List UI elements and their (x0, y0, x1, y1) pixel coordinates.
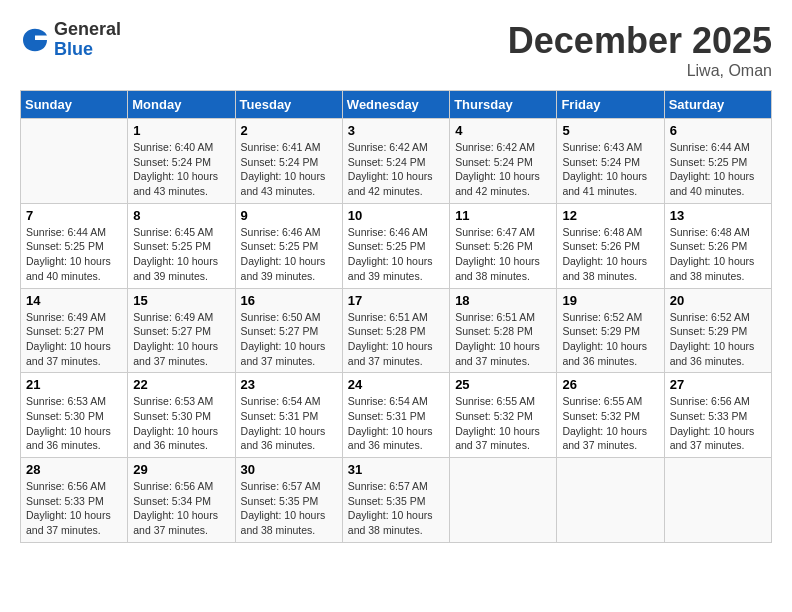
logo-icon (20, 25, 50, 55)
calendar-table: SundayMondayTuesdayWednesdayThursdayFrid… (20, 90, 772, 543)
day-number: 15 (133, 293, 229, 308)
day-number: 20 (670, 293, 766, 308)
day-cell: 30 Sunrise: 6:57 AMSunset: 5:35 PMDaylig… (235, 458, 342, 543)
day-number: 5 (562, 123, 658, 138)
day-cell: 3 Sunrise: 6:42 AMSunset: 5:24 PMDayligh… (342, 119, 449, 204)
day-info: Sunrise: 6:47 AMSunset: 5:26 PMDaylight:… (455, 225, 551, 284)
day-info: Sunrise: 6:52 AMSunset: 5:29 PMDaylight:… (562, 310, 658, 369)
day-info: Sunrise: 6:48 AMSunset: 5:26 PMDaylight:… (670, 225, 766, 284)
day-cell: 12 Sunrise: 6:48 AMSunset: 5:26 PMDaylig… (557, 203, 664, 288)
day-cell (21, 119, 128, 204)
day-number: 27 (670, 377, 766, 392)
day-info: Sunrise: 6:48 AMSunset: 5:26 PMDaylight:… (562, 225, 658, 284)
day-info: Sunrise: 6:54 AMSunset: 5:31 PMDaylight:… (241, 394, 337, 453)
day-cell: 21 Sunrise: 6:53 AMSunset: 5:30 PMDaylig… (21, 373, 128, 458)
day-cell: 16 Sunrise: 6:50 AMSunset: 5:27 PMDaylig… (235, 288, 342, 373)
day-cell (450, 458, 557, 543)
day-number: 9 (241, 208, 337, 223)
logo: General Blue (20, 20, 121, 60)
day-info: Sunrise: 6:41 AMSunset: 5:24 PMDaylight:… (241, 140, 337, 199)
day-info: Sunrise: 6:51 AMSunset: 5:28 PMDaylight:… (455, 310, 551, 369)
day-cell: 1 Sunrise: 6:40 AMSunset: 5:24 PMDayligh… (128, 119, 235, 204)
day-cell: 15 Sunrise: 6:49 AMSunset: 5:27 PMDaylig… (128, 288, 235, 373)
day-info: Sunrise: 6:40 AMSunset: 5:24 PMDaylight:… (133, 140, 229, 199)
day-cell: 17 Sunrise: 6:51 AMSunset: 5:28 PMDaylig… (342, 288, 449, 373)
logo-general-text: General (54, 20, 121, 40)
day-number: 1 (133, 123, 229, 138)
day-cell: 22 Sunrise: 6:53 AMSunset: 5:30 PMDaylig… (128, 373, 235, 458)
day-cell: 6 Sunrise: 6:44 AMSunset: 5:25 PMDayligh… (664, 119, 771, 204)
day-cell: 31 Sunrise: 6:57 AMSunset: 5:35 PMDaylig… (342, 458, 449, 543)
day-number: 6 (670, 123, 766, 138)
day-cell: 29 Sunrise: 6:56 AMSunset: 5:34 PMDaylig… (128, 458, 235, 543)
day-info: Sunrise: 6:42 AMSunset: 5:24 PMDaylight:… (348, 140, 444, 199)
day-number: 12 (562, 208, 658, 223)
day-number: 25 (455, 377, 551, 392)
day-info: Sunrise: 6:55 AMSunset: 5:32 PMDaylight:… (455, 394, 551, 453)
day-info: Sunrise: 6:56 AMSunset: 5:34 PMDaylight:… (133, 479, 229, 538)
day-info: Sunrise: 6:44 AMSunset: 5:25 PMDaylight:… (670, 140, 766, 199)
day-info: Sunrise: 6:55 AMSunset: 5:32 PMDaylight:… (562, 394, 658, 453)
day-cell: 14 Sunrise: 6:49 AMSunset: 5:27 PMDaylig… (21, 288, 128, 373)
header-cell-thursday: Thursday (450, 91, 557, 119)
day-info: Sunrise: 6:43 AMSunset: 5:24 PMDaylight:… (562, 140, 658, 199)
logo-text: General Blue (54, 20, 121, 60)
day-number: 7 (26, 208, 122, 223)
day-number: 26 (562, 377, 658, 392)
day-cell: 9 Sunrise: 6:46 AMSunset: 5:25 PMDayligh… (235, 203, 342, 288)
day-info: Sunrise: 6:57 AMSunset: 5:35 PMDaylight:… (241, 479, 337, 538)
day-info: Sunrise: 6:45 AMSunset: 5:25 PMDaylight:… (133, 225, 229, 284)
day-number: 17 (348, 293, 444, 308)
day-cell: 8 Sunrise: 6:45 AMSunset: 5:25 PMDayligh… (128, 203, 235, 288)
day-cell: 27 Sunrise: 6:56 AMSunset: 5:33 PMDaylig… (664, 373, 771, 458)
day-info: Sunrise: 6:53 AMSunset: 5:30 PMDaylight:… (26, 394, 122, 453)
day-number: 29 (133, 462, 229, 477)
day-number: 24 (348, 377, 444, 392)
month-title: December 2025 (508, 20, 772, 62)
day-number: 2 (241, 123, 337, 138)
day-number: 3 (348, 123, 444, 138)
header-cell-saturday: Saturday (664, 91, 771, 119)
day-cell: 11 Sunrise: 6:47 AMSunset: 5:26 PMDaylig… (450, 203, 557, 288)
day-info: Sunrise: 6:49 AMSunset: 5:27 PMDaylight:… (133, 310, 229, 369)
header-cell-wednesday: Wednesday (342, 91, 449, 119)
day-cell: 2 Sunrise: 6:41 AMSunset: 5:24 PMDayligh… (235, 119, 342, 204)
logo-blue-text: Blue (54, 40, 121, 60)
week-row-3: 14 Sunrise: 6:49 AMSunset: 5:27 PMDaylig… (21, 288, 772, 373)
day-info: Sunrise: 6:46 AMSunset: 5:25 PMDaylight:… (348, 225, 444, 284)
title-area: December 2025 Liwa, Oman (508, 20, 772, 80)
day-number: 10 (348, 208, 444, 223)
day-number: 4 (455, 123, 551, 138)
week-row-2: 7 Sunrise: 6:44 AMSunset: 5:25 PMDayligh… (21, 203, 772, 288)
day-cell: 7 Sunrise: 6:44 AMSunset: 5:25 PMDayligh… (21, 203, 128, 288)
day-cell: 26 Sunrise: 6:55 AMSunset: 5:32 PMDaylig… (557, 373, 664, 458)
week-row-1: 1 Sunrise: 6:40 AMSunset: 5:24 PMDayligh… (21, 119, 772, 204)
day-number: 30 (241, 462, 337, 477)
day-cell (664, 458, 771, 543)
day-info: Sunrise: 6:51 AMSunset: 5:28 PMDaylight:… (348, 310, 444, 369)
day-info: Sunrise: 6:52 AMSunset: 5:29 PMDaylight:… (670, 310, 766, 369)
day-number: 13 (670, 208, 766, 223)
day-cell: 20 Sunrise: 6:52 AMSunset: 5:29 PMDaylig… (664, 288, 771, 373)
header-cell-tuesday: Tuesday (235, 91, 342, 119)
day-number: 21 (26, 377, 122, 392)
day-info: Sunrise: 6:44 AMSunset: 5:25 PMDaylight:… (26, 225, 122, 284)
day-number: 23 (241, 377, 337, 392)
day-cell: 13 Sunrise: 6:48 AMSunset: 5:26 PMDaylig… (664, 203, 771, 288)
day-info: Sunrise: 6:46 AMSunset: 5:25 PMDaylight:… (241, 225, 337, 284)
day-number: 22 (133, 377, 229, 392)
day-cell: 28 Sunrise: 6:56 AMSunset: 5:33 PMDaylig… (21, 458, 128, 543)
header-row: SundayMondayTuesdayWednesdayThursdayFrid… (21, 91, 772, 119)
week-row-4: 21 Sunrise: 6:53 AMSunset: 5:30 PMDaylig… (21, 373, 772, 458)
day-cell: 18 Sunrise: 6:51 AMSunset: 5:28 PMDaylig… (450, 288, 557, 373)
week-row-5: 28 Sunrise: 6:56 AMSunset: 5:33 PMDaylig… (21, 458, 772, 543)
day-number: 8 (133, 208, 229, 223)
day-info: Sunrise: 6:50 AMSunset: 5:27 PMDaylight:… (241, 310, 337, 369)
day-cell: 10 Sunrise: 6:46 AMSunset: 5:25 PMDaylig… (342, 203, 449, 288)
day-info: Sunrise: 6:54 AMSunset: 5:31 PMDaylight:… (348, 394, 444, 453)
day-cell: 24 Sunrise: 6:54 AMSunset: 5:31 PMDaylig… (342, 373, 449, 458)
day-cell (557, 458, 664, 543)
day-cell: 23 Sunrise: 6:54 AMSunset: 5:31 PMDaylig… (235, 373, 342, 458)
day-cell: 19 Sunrise: 6:52 AMSunset: 5:29 PMDaylig… (557, 288, 664, 373)
header-cell-friday: Friday (557, 91, 664, 119)
